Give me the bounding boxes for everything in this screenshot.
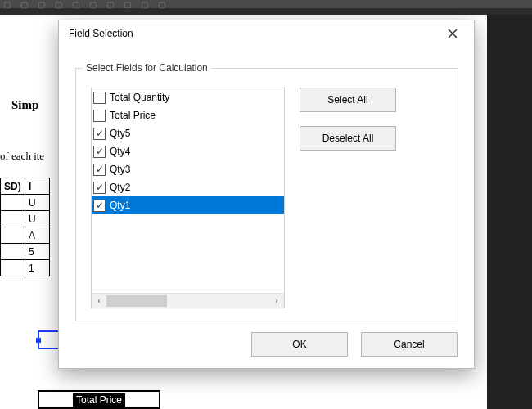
- close-button[interactable]: [436, 22, 469, 45]
- checkbox-icon[interactable]: [93, 110, 106, 122]
- scroll-right-icon[interactable]: ›: [269, 294, 284, 308]
- table-header-cell: SD): [1, 178, 25, 195]
- list-item-label: Qty4: [110, 146, 130, 157]
- calculation-groupbox: Select Fields for Calculation Total Quan…: [75, 68, 458, 321]
- scrollbar-track[interactable]: [106, 295, 269, 307]
- list-item-label: Total Price: [110, 110, 156, 121]
- table-header-cell: I: [25, 178, 50, 195]
- list-item[interactable]: ✓Qty3: [92, 160, 284, 178]
- list-item-label: Qty3: [110, 164, 130, 175]
- form-field-total-price[interactable]: Total Price: [38, 390, 160, 409]
- table-cell: A: [25, 227, 50, 244]
- dialog-title: Field Selection: [69, 28, 133, 39]
- checkbox-icon[interactable]: ✓: [93, 146, 106, 158]
- table-cell: U: [25, 195, 50, 211]
- field-listbox[interactable]: Total QuantityTotal Price✓Qty5✓Qty4✓Qty3…: [91, 88, 285, 308]
- app-sidebar-dark: [487, 15, 532, 409]
- list-item-label: Total Quantity: [110, 92, 169, 103]
- dialog-titlebar: Field Selection: [59, 20, 474, 47]
- list-item-label: Qty1: [110, 200, 130, 211]
- checkbox-icon[interactable]: [93, 92, 106, 104]
- scrollbar-thumb[interactable]: [106, 295, 167, 307]
- doc-heading: Simp: [11, 98, 38, 112]
- form-field-label: Total Price: [73, 393, 125, 407]
- checkbox-icon[interactable]: ✓: [93, 128, 106, 140]
- checkbox-icon[interactable]: ✓: [93, 200, 106, 212]
- table-cell: U: [25, 211, 50, 227]
- table-cell: 1: [25, 260, 50, 276]
- list-item[interactable]: ✓Qty1: [92, 196, 284, 214]
- app-toolbar: ▢▢▢▢▢ ▢▢▢▢▢: [0, 0, 532, 15]
- checkbox-icon[interactable]: ✓: [93, 164, 106, 176]
- checkbox-icon[interactable]: ✓: [93, 182, 106, 194]
- table-cell: 5: [25, 244, 50, 260]
- list-item[interactable]: Total Quantity: [92, 88, 284, 106]
- horizontal-scrollbar[interactable]: ‹ ›: [92, 293, 284, 308]
- groupbox-label: Select Fields for Calculation: [83, 62, 211, 74]
- dialog-button-row: OK Cancel: [251, 332, 458, 357]
- list-item[interactable]: Total Price: [92, 106, 284, 124]
- doc-subtext: of each ite: [0, 150, 44, 163]
- list-item[interactable]: ✓Qty2: [92, 178, 284, 196]
- select-all-button[interactable]: Select All: [300, 88, 396, 112]
- cancel-button[interactable]: Cancel: [361, 332, 458, 357]
- list-item[interactable]: ✓Qty5: [92, 124, 284, 142]
- field-selection-dialog: Field Selection Select Fields for Calcul…: [58, 20, 475, 369]
- deselect-all-button[interactable]: Deselect All: [300, 126, 396, 151]
- scroll-left-icon[interactable]: ‹: [92, 294, 106, 308]
- list-item-label: Qty2: [110, 182, 130, 193]
- list-item-label: Qty5: [110, 128, 130, 139]
- close-icon: [448, 29, 458, 38]
- list-item[interactable]: ✓Qty4: [92, 142, 284, 160]
- background-table: SD) I U U A 5 1: [0, 178, 50, 276]
- ok-button[interactable]: OK: [251, 332, 348, 357]
